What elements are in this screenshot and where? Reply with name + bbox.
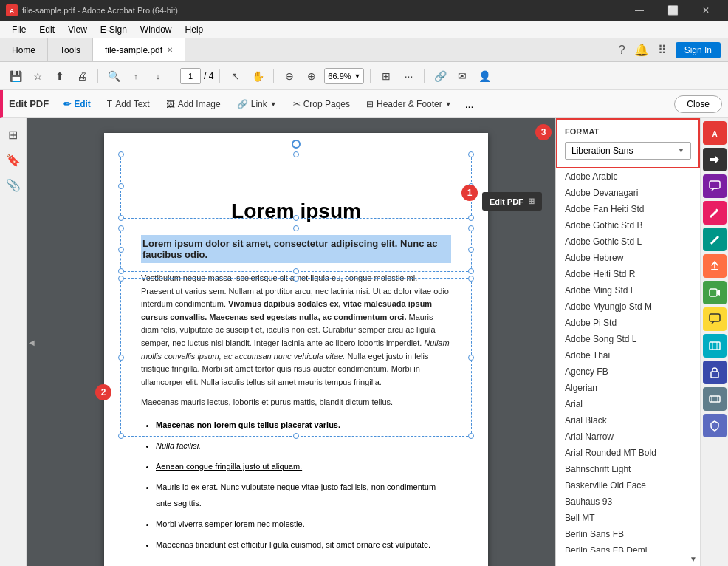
handle-ml[interactable] — [118, 183, 124, 189]
upload-button[interactable]: ⬆ — [50, 67, 69, 86]
link-tool-button[interactable]: 🔗 — [430, 67, 450, 86]
film-rail-icon[interactable] — [703, 334, 727, 358]
zoom-minus-button[interactable]: ⊖ — [280, 67, 299, 86]
close-window-button[interactable]: ✕ — [690, 0, 722, 21]
handle-mr2[interactable] — [468, 247, 474, 253]
font-item[interactable]: Adobe Fan Heiti Std — [556, 201, 700, 217]
chat-rail-icon[interactable] — [703, 307, 727, 331]
mail-button[interactable]: ✉ — [453, 67, 472, 86]
acrobat-pdf-icon[interactable]: A — [703, 121, 727, 145]
font-item[interactable]: Adobe Gothic Std L — [556, 233, 700, 250]
menu-esign[interactable]: E-Sign — [95, 23, 133, 36]
font-item[interactable]: Berlin Sans FB — [556, 526, 700, 542]
zoom-plus-button[interactable]: ⊕ — [302, 67, 321, 86]
more-options-button[interactable]: ... — [461, 95, 478, 113]
handle-tr[interactable] — [468, 151, 474, 157]
lock-rail-icon[interactable] — [703, 361, 727, 384]
share-rail-icon[interactable] — [703, 148, 727, 171]
font-item[interactable]: Bauhaus 93 — [556, 494, 700, 510]
handle-bl2[interactable] — [118, 268, 124, 274]
sign-in-button[interactable]: Sign In — [676, 42, 721, 58]
header-footer-button[interactable]: ⊟ Header & Footer ▼ — [359, 96, 459, 112]
handle-tr3[interactable] — [468, 276, 474, 282]
download-button[interactable]: ↓ — [148, 67, 168, 86]
handle-ml3[interactable] — [118, 355, 124, 361]
menu-file[interactable]: File — [6, 23, 32, 36]
handle-tl2[interactable] — [118, 225, 124, 231]
user-button[interactable]: 👤 — [475, 67, 494, 86]
menu-edit[interactable]: Edit — [33, 23, 61, 36]
font-item[interactable]: Adobe Arabic — [556, 168, 700, 185]
font-item[interactable]: Arial Black — [556, 412, 700, 429]
handle-tm3[interactable] — [293, 276, 299, 282]
attachments-icon[interactable]: 📎 — [3, 174, 24, 195]
panel-toggle[interactable]: ◀ — [27, 118, 37, 566]
bookmarks-icon[interactable]: 🔖 — [3, 149, 24, 170]
handle-br[interactable] — [468, 215, 474, 221]
tab-pdf[interactable]: file-sample.pdf ✕ — [93, 38, 185, 61]
font-dropdown[interactable]: Liberation Sans ▼ — [565, 142, 691, 160]
font-item[interactable]: Baskerville Old Face — [556, 477, 700, 494]
font-item[interactable]: Arial — [556, 396, 700, 412]
font-item[interactable]: Adobe Heiti Std R — [556, 266, 700, 282]
handle-bm2[interactable] — [293, 268, 299, 274]
more-tools-button[interactable]: ··· — [399, 67, 418, 86]
comments-rail-icon[interactable] — [703, 174, 727, 198]
handle-bm3[interactable] — [293, 433, 299, 439]
print-button[interactable]: 🖨 — [72, 67, 92, 86]
handle-br2[interactable] — [468, 268, 474, 274]
select-tool[interactable]: ↖ — [226, 67, 245, 86]
zoom-selector[interactable]: 66.9% ▼ — [324, 68, 364, 84]
maximize-button[interactable]: ⬜ — [656, 0, 689, 21]
handle-mr3[interactable] — [468, 355, 474, 361]
font-item[interactable]: Arial Narrow — [556, 429, 700, 445]
font-item[interactable]: Bahnschrift Light — [556, 461, 700, 477]
handle-bl[interactable] — [118, 215, 124, 221]
handle-tl3[interactable] — [118, 276, 124, 282]
pen-rail-icon[interactable] — [703, 228, 727, 251]
handle-bl3[interactable] — [118, 433, 124, 439]
handle-bm[interactable] — [293, 215, 299, 221]
save-button[interactable]: 💾 — [6, 67, 25, 86]
zoom-out-button[interactable]: 🔍 — [104, 67, 123, 86]
font-item[interactable]: Berlin Sans FB Demi — [556, 542, 700, 552]
rotate-handle[interactable] — [292, 140, 301, 149]
crop-pages-button[interactable]: ✂ Crop Pages — [286, 96, 357, 112]
minimize-button[interactable]: — — [623, 0, 656, 21]
font-item[interactable]: Bell MT — [556, 510, 700, 526]
bookmark-button[interactable]: ☆ — [28, 67, 47, 86]
handle-br3[interactable] — [468, 433, 474, 439]
font-item[interactable]: Adobe Ming Std L — [556, 282, 700, 299]
font-item[interactable]: Adobe Pi Std — [556, 315, 700, 331]
font-item[interactable]: Adobe Song Std L — [556, 331, 700, 347]
scroll-down-indicator[interactable]: ▼ — [556, 552, 700, 566]
film2-rail-icon[interactable] — [703, 387, 727, 411]
add-image-button[interactable]: 🖼 Add Image — [159, 96, 228, 112]
page-thumbnails-icon[interactable]: ⊞ — [3, 124, 24, 145]
add-text-button[interactable]: T Add Text — [100, 96, 157, 112]
font-item[interactable]: Adobe Thai — [556, 347, 700, 364]
shield-rail-icon[interactable] — [703, 414, 727, 437]
handle-tr2[interactable] — [468, 225, 474, 231]
menu-help[interactable]: Help — [179, 23, 210, 36]
font-item[interactable]: Arial Rounded MT Bold — [556, 445, 700, 461]
font-item[interactable]: Agency FB — [556, 364, 700, 380]
handle-tm[interactable] — [293, 151, 299, 157]
font-item[interactable]: Adobe Hebrew — [556, 250, 700, 266]
tab-close-icon[interactable]: ✕ — [167, 46, 173, 54]
tab-home[interactable]: Home — [0, 38, 48, 61]
page-number-input[interactable] — [180, 68, 201, 84]
font-item[interactable]: Adobe Myungjo Std M — [556, 299, 700, 315]
edit-rail-icon[interactable] — [703, 201, 727, 225]
tab-tools[interactable]: Tools — [48, 38, 93, 61]
handle-tl[interactable] — [118, 151, 124, 157]
link-button[interactable]: 🔗 Link ▼ — [230, 96, 284, 112]
export-rail-icon[interactable] — [703, 254, 727, 278]
handle-ml2[interactable] — [118, 247, 124, 253]
help-icon[interactable]: ? — [619, 44, 625, 57]
hand-tool[interactable]: ✋ — [248, 67, 267, 86]
menu-window[interactable]: Window — [134, 23, 178, 36]
apps-icon[interactable]: ⠿ — [658, 43, 667, 57]
font-item[interactable]: Adobe Devanagari — [556, 185, 700, 201]
font-item[interactable]: Adobe Gothic Std B — [556, 217, 700, 233]
